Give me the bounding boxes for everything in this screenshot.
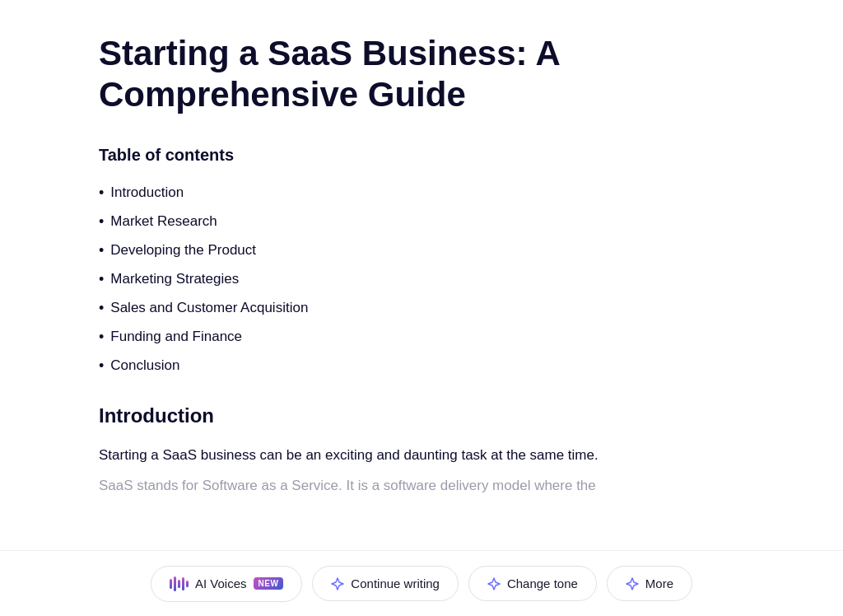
list-item: Developing the Product (99, 242, 744, 259)
intro-paragraph-2: SaaS stands for Software as a Service. I… (99, 474, 744, 498)
toc-item-funding: Funding and Finance (110, 329, 242, 345)
list-item: Market Research (99, 213, 744, 231)
change-tone-label: Change tone (507, 576, 578, 590)
intro-paragraph-1: Starting a SaaS business can be an excit… (99, 444, 744, 468)
more-icon (626, 577, 639, 590)
ai-voices-button[interactable]: AI Voices NEW (151, 566, 302, 602)
change-tone-button[interactable]: Change tone (468, 566, 597, 601)
list-item: Conclusion (99, 357, 744, 375)
toc-item-developing-product: Developing the Product (110, 242, 256, 259)
more-button[interactable]: More (607, 566, 692, 601)
toc-item-introduction: Introduction (110, 184, 184, 201)
continue-writing-button[interactable]: Continue writing (312, 566, 459, 601)
toc-item-sales: Sales and Customer Acquisition (110, 300, 308, 316)
toc-heading: Table of contents (99, 146, 744, 165)
list-item: Funding and Finance (99, 329, 744, 346)
ai-voices-icon (170, 576, 189, 591)
more-label: More (645, 576, 673, 590)
toc-list: Introduction Market Research Developing … (99, 184, 744, 375)
introduction-heading: Introduction (99, 404, 744, 427)
continue-writing-icon (331, 577, 344, 590)
main-content: Starting a SaaS Business: A Comprehensiv… (0, 0, 843, 550)
ai-voices-label: AI Voices (195, 576, 247, 590)
continue-writing-label: Continue writing (351, 576, 440, 590)
list-item: Introduction (99, 184, 744, 202)
change-tone-icon (487, 577, 501, 590)
toc-item-marketing: Marketing Strategies (110, 271, 239, 287)
list-item: Sales and Customer Acquisition (99, 300, 744, 317)
bottom-toolbar: AI Voices NEW Continue writing Change to… (0, 550, 843, 616)
toc-item-market-research: Market Research (110, 213, 217, 230)
toc-item-conclusion: Conclusion (110, 357, 179, 374)
page-title: Starting a SaaS Business: A Comprehensiv… (99, 33, 744, 116)
new-badge: NEW (254, 577, 284, 590)
list-item: Marketing Strategies (99, 271, 744, 288)
